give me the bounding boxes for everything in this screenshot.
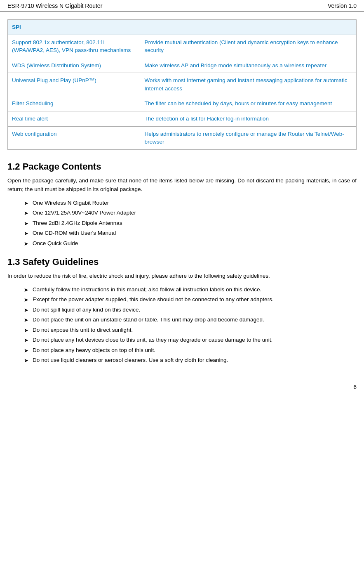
table-cell-right: Make wireless AP and Bridge mode simulta…: [140, 58, 357, 73]
section-12: 1.2 Package Contents Open the package ca…: [7, 161, 357, 248]
list-item: ➤One 12V/1.25A 90V~240V Power Adapter: [7, 209, 357, 217]
list-item: ➤Do not place the unit on an unstable st…: [7, 316, 357, 324]
list-item: ➤Do not expose this unit to direct sunli…: [7, 326, 357, 335]
list-item-text: Do not use liquid cleaners or aerosol cl…: [33, 356, 228, 364]
list-item-text: One Wireless N Gigabit Router: [33, 199, 109, 207]
table-row: WDS (Wireless Distribution System)Make w…: [8, 58, 357, 73]
bullet-arrow-icon: ➤: [24, 336, 28, 345]
page-footer: 6: [0, 380, 364, 394]
list-item: ➤Three 2dBi 2.4GHz Dipole Antennas: [7, 219, 357, 228]
list-item: ➤Once Quick Guide: [7, 239, 357, 248]
table-row: Universal Plug and Play (UPnP™)Works wit…: [8, 73, 357, 96]
list-item-text: Once Quick Guide: [33, 239, 78, 248]
table-header-right: [140, 20, 357, 35]
bullet-arrow-icon: ➤: [24, 229, 28, 238]
list-item: ➤Do not spill liquid of any kind on this…: [7, 306, 357, 314]
table-cell-right: The filter can be scheduled by days, hou…: [140, 96, 357, 111]
table-row: Real time alertThe detection of a list f…: [8, 111, 357, 126]
table-header-row: SPI: [8, 20, 357, 35]
section-13-bullet-list: ➤Carefully follow the instructions in th…: [7, 286, 357, 365]
list-item-text: Do not place any hot devices close to th…: [33, 336, 272, 344]
table-cell-right: Provide mutual authentication (Client an…: [140, 35, 357, 58]
list-item: ➤One Wireless N Gigabit Router: [7, 199, 357, 208]
bullet-arrow-icon: ➤: [24, 240, 28, 248]
page-title: ESR-9710 Wireless N Gigabit Router: [7, 2, 102, 9]
table-cell-left: Web configuration: [8, 126, 140, 149]
table-cell-left: WDS (Wireless Distribution System): [8, 58, 140, 73]
list-item: ➤Except for the power adapter supplied, …: [7, 295, 357, 304]
page-number: 6: [353, 384, 357, 390]
list-item: ➤Do not use liquid cleaners or aerosol c…: [7, 356, 357, 365]
table-header-spi: SPI: [8, 20, 140, 35]
section-12-bullet-list: ➤One Wireless N Gigabit Router➤One 12V/1…: [7, 199, 357, 248]
section-13: 1.3 Safety Guidelines In order to reduce…: [7, 257, 357, 365]
bullet-arrow-icon: ➤: [24, 316, 28, 324]
table-row: Filter SchedulingThe filter can be sched…: [8, 96, 357, 111]
section-12-heading: 1.2 Package Contents: [7, 161, 357, 172]
feature-table: SPI Support 802.1x authenticator, 802.11…: [7, 19, 357, 150]
bullet-arrow-icon: ➤: [24, 347, 28, 355]
table-cell-right: The detection of a list for Hacker log-i…: [140, 111, 357, 126]
bullet-arrow-icon: ➤: [24, 199, 28, 208]
list-item: ➤Carefully follow the instructions in th…: [7, 286, 357, 294]
page-header: ESR-9710 Wireless N Gigabit Router Versi…: [0, 0, 364, 12]
list-item-text: One 12V/1.25A 90V~240V Power Adapter: [33, 209, 136, 217]
table-cell-left: Real time alert: [8, 111, 140, 126]
bullet-arrow-icon: ➤: [24, 209, 28, 217]
table-row: Web configurationHelps administrators to…: [8, 126, 357, 149]
list-item-text: One CD-ROM with User's Manual: [33, 229, 116, 237]
table-cell-left: Support 802.1x authenticator, 802.11i (W…: [8, 35, 140, 58]
list-item-text: Do not expose this unit to direct sunlig…: [33, 326, 133, 334]
list-item: ➤Do not place any hot devices close to t…: [7, 336, 357, 345]
bullet-arrow-icon: ➤: [24, 306, 28, 314]
bullet-arrow-icon: ➤: [24, 326, 28, 335]
list-item-text: Carefully follow the instructions in thi…: [33, 286, 261, 294]
bullet-arrow-icon: ➤: [24, 220, 28, 228]
list-item-text: Do not place the unit on an unstable sta…: [33, 316, 264, 324]
page-version: Version 1.0: [328, 2, 357, 9]
list-item-text: Do not place any heavy objects on top of…: [33, 346, 155, 354]
bullet-arrow-icon: ➤: [24, 286, 28, 294]
section-13-heading: 1.3 Safety Guidelines: [7, 257, 357, 267]
list-item-text: Do not spill liquid of any kind on this …: [33, 306, 140, 314]
table-cell-left: Filter Scheduling: [8, 96, 140, 111]
section-13-paragraph: In order to reduce the risk of fire, ele…: [7, 272, 357, 281]
list-item: ➤Do not place any heavy objects on top o…: [7, 346, 357, 355]
list-item-text: Three 2dBi 2.4GHz Dipole Antennas: [33, 219, 122, 227]
bullet-arrow-icon: ➤: [24, 296, 28, 304]
bullet-arrow-icon: ➤: [24, 357, 28, 365]
table-cell-right: Works with most Internet gaming and inst…: [140, 73, 357, 96]
list-item-text: Except for the power adapter supplied, t…: [33, 295, 274, 304]
table-cell-left: Universal Plug and Play (UPnP™): [8, 73, 140, 96]
table-row: Support 802.1x authenticator, 802.11i (W…: [8, 35, 357, 58]
table-cell-right: Helps administrators to remotely configu…: [140, 126, 357, 149]
section-12-paragraph: Open the package carefully, and make sur…: [7, 176, 357, 194]
list-item: ➤One CD-ROM with User's Manual: [7, 229, 357, 238]
